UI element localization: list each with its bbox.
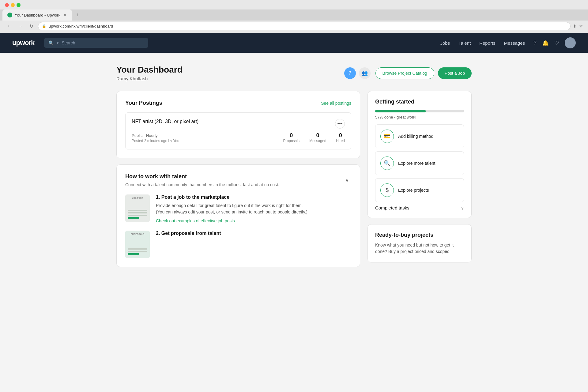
- step-2-img-line-2: [128, 251, 147, 252]
- close-window-button[interactable]: [5, 3, 9, 7]
- dashboard-icons: ? 👥: [344, 67, 371, 79]
- messaged-value: 0: [309, 132, 326, 139]
- dashboard-user-name: Ramy Khuffash: [116, 76, 344, 81]
- how-to-title: How to work with talent: [125, 173, 279, 180]
- app-nav: upwork 🔍 ▼ Jobs Talent Reports Messages …: [0, 33, 588, 53]
- search-dropdown-arrow[interactable]: ▼: [56, 41, 59, 45]
- step-1-title: 1. Post a job to the marketplace: [156, 194, 307, 200]
- completed-tasks-label: Completed tasks: [375, 205, 409, 210]
- progress-bar-background: [375, 110, 464, 112]
- hired-value: 0: [336, 132, 345, 139]
- forward-button[interactable]: →: [16, 22, 24, 30]
- proposals-value: 0: [283, 132, 300, 139]
- right-column: Getting started 57% done - great work! 💳…: [368, 91, 472, 273]
- postings-title: Your Postings: [125, 100, 162, 106]
- browser-addressbar: ← → ↻ 🔒 upwork.com/nx/wm/client/dashboar…: [0, 21, 588, 33]
- step-img-line-2: [128, 212, 147, 213]
- security-icon: 🔒: [42, 24, 46, 28]
- notification-icon[interactable]: 🔔: [542, 40, 549, 46]
- proposals-label: Proposals: [283, 139, 300, 143]
- how-to-collapse-button[interactable]: ∧: [343, 176, 351, 185]
- traffic-lights: [5, 3, 21, 7]
- proposals-stat: 0 Proposals: [283, 132, 300, 143]
- page-title: Your Dashboard: [116, 65, 344, 75]
- nav-talent[interactable]: Talent: [458, 40, 471, 46]
- getting-started-title: Getting started: [375, 99, 464, 105]
- step-1-item: JOB POST 1. Post a job to the marketplac…: [125, 194, 351, 223]
- posting-name: NFT artist (2D, 3D, or pixel art): [132, 119, 198, 124]
- browse-project-catalog-button[interactable]: Browse Project Catalog: [375, 67, 434, 79]
- search-icon: 🔍: [48, 40, 54, 45]
- progress-text: 57% done - great work!: [375, 115, 464, 119]
- posting-stats: 0 Proposals 0 Messaged 0 Hired: [283, 132, 345, 143]
- how-to-header: How to work with talent Connect with a t…: [125, 173, 351, 187]
- dashboard-title-block: Your Dashboard Ramy Khuffash: [116, 65, 344, 81]
- progress-bar-fill: [375, 110, 426, 112]
- new-tab-button[interactable]: +: [74, 11, 82, 19]
- step-1-desc: Provide enough detail for great talent t…: [156, 202, 307, 215]
- search-bar[interactable]: 🔍 ▼: [44, 38, 148, 48]
- favorites-icon[interactable]: ♡: [554, 40, 559, 46]
- user-avatar[interactable]: [565, 37, 576, 48]
- upwork-logo[interactable]: upwork: [12, 39, 34, 47]
- dashboard-team-icon[interactable]: 👥: [359, 67, 371, 79]
- dashboard-help-icon[interactable]: ?: [344, 67, 356, 79]
- step-img-line-3: [128, 215, 147, 216]
- see-all-postings-link[interactable]: See all postings: [321, 101, 351, 106]
- nav-jobs[interactable]: Jobs: [440, 40, 450, 46]
- posting-menu-button[interactable]: •••: [335, 119, 345, 129]
- postings-header: Your Postings See all postings: [125, 100, 351, 106]
- step-2-item: PROPOSALS 2. Get proposals from talent: [125, 231, 351, 258]
- add-billing-action[interactable]: 💳 Add billing method: [375, 124, 464, 148]
- posting-item-header: NFT artist (2D, 3D, or pixel art) •••: [132, 119, 345, 129]
- minimize-window-button[interactable]: [11, 3, 15, 7]
- explore-projects-label: Explore projects: [398, 188, 429, 193]
- active-tab[interactable]: Your Dashboard - Upwork ✕: [2, 9, 72, 21]
- posting-time: Posted 2 minutes ago by You: [132, 139, 179, 143]
- how-to-title-block: How to work with talent Connect with a t…: [125, 173, 279, 187]
- billing-icon: 💳: [380, 130, 394, 143]
- help-icon[interactable]: ?: [533, 40, 537, 46]
- browser-titlebar: [0, 0, 588, 9]
- posting-type-block: Public - Hourly Posted 2 minutes ago by …: [132, 133, 179, 143]
- back-button[interactable]: ←: [5, 22, 13, 30]
- search-input[interactable]: [62, 40, 144, 45]
- tab-close-button[interactable]: ✕: [63, 13, 67, 17]
- tab-title: Your Dashboard - Upwork: [15, 13, 60, 17]
- ready-to-buy-card: Ready-to-buy projects Know what you need…: [368, 224, 472, 262]
- post-a-job-button[interactable]: Post a Job: [438, 67, 472, 79]
- nav-messages[interactable]: Messages: [504, 40, 525, 46]
- explore-talent-action[interactable]: 🔍 Explore more talent: [375, 151, 464, 175]
- step-img-bar: [128, 217, 139, 219]
- refresh-button[interactable]: ↻: [27, 22, 36, 30]
- posting-type: Public - Hourly: [132, 133, 179, 138]
- step-1-img-label: JOB POST: [132, 197, 143, 199]
- step-1-link[interactable]: Check out examples of effective job post…: [156, 218, 307, 223]
- maximize-window-button[interactable]: [17, 3, 21, 7]
- browser-tabs: Your Dashboard - Upwork ✕ +: [0, 9, 588, 21]
- bookmark-icon[interactable]: ☆: [579, 24, 583, 28]
- explore-talent-label: Explore more talent: [398, 161, 435, 166]
- posting-meta: Public - Hourly Posted 2 minutes ago by …: [132, 132, 345, 143]
- messaged-stat: 0 Messaged: [309, 132, 326, 143]
- step-img-line-1: [128, 210, 147, 211]
- nav-actions: ? 🔔 ♡: [533, 37, 576, 48]
- hired-label: Hired: [336, 139, 345, 143]
- nav-reports[interactable]: Reports: [479, 40, 496, 46]
- step-1-image: JOB POST: [125, 194, 150, 222]
- add-billing-label: Add billing method: [398, 134, 433, 139]
- ready-to-buy-title: Ready-to-buy projects: [375, 232, 464, 238]
- share-icon[interactable]: ⬆: [573, 24, 577, 28]
- left-column: Your Postings See all postings NFT artis…: [116, 91, 360, 273]
- explore-projects-action[interactable]: $ Explore projects: [375, 178, 464, 202]
- chevron-down-icon: ∨: [461, 205, 464, 210]
- address-actions: ⬆ ☆: [573, 24, 583, 28]
- ready-to-buy-desc: Know what you need but not how to get it…: [375, 242, 464, 255]
- address-bar[interactable]: 🔒 upwork.com/nx/wm/client/dashboard: [38, 22, 571, 30]
- dashboard-actions: Browse Project Catalog Post a Job: [375, 67, 472, 79]
- postings-card: Your Postings See all postings NFT artis…: [116, 91, 360, 158]
- completed-tasks-toggle[interactable]: Completed tasks ∨: [375, 205, 464, 210]
- tab-favicon: [7, 13, 12, 17]
- main-content: Your Dashboard Ramy Khuffash ? 👥 Browse …: [98, 53, 490, 285]
- explore-projects-icon: $: [380, 183, 394, 197]
